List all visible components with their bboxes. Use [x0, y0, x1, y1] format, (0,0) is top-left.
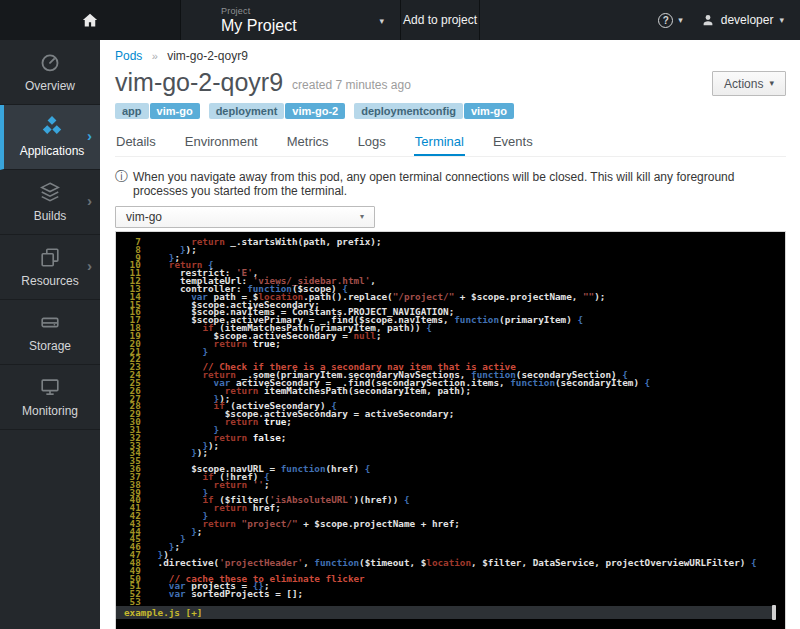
terminal[interactable]: 7 return _.startsWith(path, prefix); 8 }…	[115, 231, 786, 629]
terminal-line: 20 return true;	[124, 340, 785, 348]
user-name: developer	[721, 13, 774, 27]
sidebar-item-storage[interactable]: Storage	[0, 300, 100, 365]
scrollbar-thumb[interactable]	[772, 605, 776, 620]
actions-button-label: Actions	[724, 77, 763, 91]
chevron-down-icon: ▾	[779, 16, 784, 25]
main-content: Pods » vim-go-2-qoyr9 vim-go-2-qoyr9 cre…	[100, 40, 800, 629]
tab-logs[interactable]: Logs	[357, 132, 387, 156]
terminal-line: 21 }	[124, 348, 785, 356]
tab-environment[interactable]: Environment	[184, 132, 259, 156]
monitoring-icon	[39, 376, 61, 398]
terminal-line: 38 return '';	[124, 481, 785, 489]
label-key: app	[115, 103, 149, 119]
project-label: Project	[221, 6, 400, 16]
container-select[interactable]: vim-go ▾	[115, 206, 375, 228]
vim-status-bar: example.js [+]	[116, 606, 774, 619]
chevron-down-icon: ▾	[360, 213, 364, 221]
terminal-line: 41 return href;	[124, 504, 785, 512]
sidebar-item-label: Storage	[29, 339, 71, 353]
terminal-line: 53	[124, 598, 785, 606]
created-timestamp: created 7 minutes ago	[292, 78, 411, 96]
chevron-down-icon: ▾	[678, 16, 683, 25]
terminal-line: 43 return "project/" + $scope.projectNam…	[124, 520, 785, 528]
label-key: deploymentconfig	[354, 103, 463, 119]
terminal-line: 34 });	[124, 449, 785, 457]
terminal-line: 9 };	[124, 254, 785, 262]
terminal-line: 48 .directive('projectHeader', function(…	[124, 559, 785, 567]
top-bar: Project My Project ▾ Add to project ? ▾ …	[0, 0, 800, 40]
user-menu[interactable]: developer ▾	[693, 0, 800, 40]
home-button[interactable]	[0, 0, 181, 40]
label-value: vim-go-2	[285, 103, 345, 119]
add-to-project-label: Add to project	[403, 13, 477, 27]
sidebar-item-label: Overview	[25, 79, 75, 93]
topbar-spacer	[480, 0, 648, 40]
terminal-line: 45 }	[124, 535, 785, 543]
breadcrumb-current: vim-go-2-qoyr9	[167, 49, 248, 63]
label-badge: deploymentvim-go-2	[209, 103, 346, 119]
page-title: vim-go-2-qoyr9	[115, 68, 283, 96]
breadcrumb-pods-link[interactable]: Pods	[115, 49, 142, 63]
terminal-warning: ⓘ When you navigate away from this pod, …	[115, 170, 786, 198]
sidebar-item-label: Monitoring	[22, 404, 78, 418]
chevron-right-icon: ›	[87, 192, 92, 209]
info-icon: ⓘ	[115, 170, 128, 183]
label-value: vim-go	[150, 103, 200, 119]
terminal-line: 7 return _.startsWith(path, prefix);	[124, 238, 785, 246]
breadcrumb-separator: »	[152, 50, 158, 62]
sidebar-item-label: Builds	[34, 209, 67, 223]
user-icon	[701, 13, 715, 27]
project-selector[interactable]: Project My Project ▾	[181, 0, 400, 40]
sidebar-nav: OverviewApplications›Builds›Resources›St…	[0, 40, 100, 629]
terminal-line: 46 };	[124, 543, 785, 551]
sidebar-item-builds[interactable]: Builds›	[0, 170, 100, 235]
project-name: My Project	[221, 17, 400, 35]
label-badge: deploymentconfigvim-go	[354, 103, 514, 119]
sidebar-item-applications[interactable]: Applications›	[0, 105, 100, 170]
terminal-line: 30 return true;	[124, 418, 785, 426]
sidebar-item-label: Resources	[21, 274, 78, 288]
title-row: vim-go-2-qoyr9 created 7 minutes ago Act…	[115, 68, 786, 96]
actions-button[interactable]: Actions ▾	[712, 71, 786, 96]
sidebar-item-resources[interactable]: Resources›	[0, 235, 100, 300]
resources-icon	[39, 246, 61, 268]
builds-icon	[39, 181, 61, 203]
label-value: vim-go	[464, 103, 514, 119]
chevron-down-icon: ▾	[769, 79, 774, 88]
sidebar-item-label: Applications	[20, 144, 85, 158]
tab-details[interactable]: Details	[115, 132, 157, 156]
dashboard-icon	[39, 51, 61, 73]
tab-metrics[interactable]: Metrics	[286, 132, 330, 156]
container-select-value: vim-go	[126, 210, 162, 224]
label-badges: appvim-godeploymentvim-go-2deploymentcon…	[115, 103, 786, 119]
tab-terminal[interactable]: Terminal	[414, 132, 465, 156]
label-key: deployment	[209, 103, 285, 119]
terminal-line: 33 });	[124, 442, 785, 450]
help-icon: ?	[658, 13, 673, 28]
terminal-warning-text: When you navigate away from this pod, an…	[133, 170, 786, 198]
sidebar-item-overview[interactable]: Overview	[0, 40, 100, 105]
tab-bar: DetailsEnvironmentMetricsLogsTerminalEve…	[115, 132, 786, 157]
terminal-line: 44 };	[124, 528, 785, 536]
sidebar-item-monitoring[interactable]: Monitoring	[0, 365, 100, 430]
help-menu[interactable]: ? ▾	[648, 0, 693, 40]
terminal-line: 8 });	[124, 246, 785, 254]
tab-events[interactable]: Events	[492, 132, 534, 156]
chevron-right-icon: ›	[87, 257, 92, 274]
terminal-line: 32 return false;	[124, 434, 785, 442]
storage-icon	[39, 311, 61, 333]
chevron-right-icon: ›	[87, 127, 92, 144]
applications-icon	[41, 116, 63, 138]
home-icon	[81, 11, 99, 29]
terminal-line: 52 var sortedProjects = [];	[124, 590, 785, 598]
add-to-project-button[interactable]: Add to project	[400, 0, 480, 40]
chevron-down-icon: ▾	[379, 17, 384, 26]
label-badge: appvim-go	[115, 103, 200, 119]
breadcrumb: Pods » vim-go-2-qoyr9	[115, 40, 786, 63]
terminal-lines: 7 return _.startsWith(path, prefix); 8 }…	[124, 238, 785, 606]
